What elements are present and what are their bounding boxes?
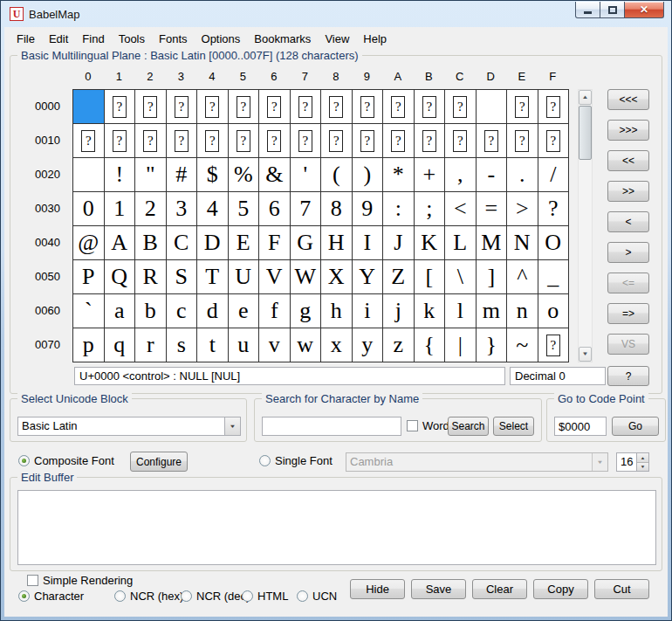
char-cell-0050[interactable]: P — [73, 260, 105, 294]
simple-rendering-checkbox[interactable]: Simple Rendering — [27, 574, 133, 587]
nav-button-next[interactable]: > — [607, 242, 649, 263]
char-cell-004C[interactable]: L — [445, 226, 477, 260]
char-cell-0049[interactable]: I — [353, 226, 384, 260]
char-cell-0019[interactable]: ? — [353, 124, 384, 158]
char-cell-004A[interactable]: J — [383, 226, 415, 260]
clear-button[interactable]: Clear — [472, 579, 527, 599]
char-cell-0043[interactable]: C — [167, 226, 198, 260]
char-cell-003B[interactable]: ; — [415, 192, 446, 226]
scrollbar-thumb[interactable] — [579, 106, 592, 160]
char-cell-0046[interactable]: F — [259, 226, 291, 260]
char-cell-003C[interactable]: < — [445, 192, 477, 226]
char-cell-000D[interactable] — [477, 90, 508, 124]
char-cell-005B[interactable]: [ — [415, 260, 446, 294]
codepoint-input[interactable] — [554, 417, 607, 436]
configure-button[interactable]: Configure — [130, 452, 188, 472]
char-cell-002B[interactable]: + — [415, 158, 446, 192]
search-button[interactable]: Search — [448, 417, 489, 436]
char-cell-0075[interactable]: u — [229, 328, 260, 362]
menu-item-find[interactable]: Find — [75, 30, 111, 48]
char-cell-0052[interactable]: R — [135, 260, 167, 294]
char-cell-007D[interactable]: } — [477, 328, 508, 362]
char-cell-003D[interactable]: = — [477, 192, 508, 226]
char-cell-0032[interactable]: 2 — [135, 192, 167, 226]
char-cell-007F[interactable]: ? — [538, 328, 570, 362]
char-cell-0014[interactable]: ? — [197, 124, 229, 158]
char-cell-001B[interactable]: ? — [415, 124, 446, 158]
char-cell-006F[interactable]: o — [538, 294, 570, 328]
char-cell-0013[interactable]: ? — [167, 124, 198, 158]
menu-item-file[interactable]: File — [10, 30, 42, 48]
char-cell-0001[interactable]: ? — [105, 90, 136, 124]
char-cell-0017[interactable]: ? — [291, 124, 322, 158]
nav-button-variation-sequence[interactable]: VS — [607, 334, 649, 355]
char-cell-0011[interactable]: ? — [105, 124, 136, 158]
grid-scrollbar[interactable]: ▲ ▼ — [578, 89, 593, 362]
mode-radio-html[interactable]: HTML — [242, 590, 288, 603]
char-cell-006C[interactable]: l — [445, 294, 477, 328]
char-cell-005F[interactable]: _ — [538, 260, 570, 294]
char-cell-0060[interactable]: ` — [73, 294, 105, 328]
char-cell-0005[interactable]: ? — [229, 90, 260, 124]
char-cell-002D[interactable]: - — [477, 158, 508, 192]
char-cell-000E[interactable]: ? — [507, 90, 538, 124]
char-cell-0066[interactable]: f — [259, 294, 291, 328]
char-cell-0058[interactable]: X — [321, 260, 353, 294]
char-cell-0051[interactable]: Q — [105, 260, 136, 294]
menu-item-edit[interactable]: Edit — [42, 30, 75, 48]
dropdown-button[interactable]: ▼ — [224, 417, 240, 435]
char-cell-006A[interactable]: j — [383, 294, 415, 328]
char-cell-001D[interactable]: ? — [477, 124, 508, 158]
char-cell-0004[interactable]: ? — [197, 90, 229, 124]
char-cell-007E[interactable]: ~ — [507, 328, 538, 362]
single-font-radio[interactable]: Single Font — [259, 454, 333, 467]
char-cell-0036[interactable]: 6 — [259, 192, 291, 226]
nav-button-jump-back-fast[interactable]: <<< — [607, 89, 649, 110]
char-cell-0074[interactable]: t — [197, 328, 229, 362]
char-cell-0078[interactable]: x — [321, 328, 353, 362]
nav-button-jump-forward[interactable]: >> — [607, 181, 649, 202]
char-cell-0025[interactable]: % — [229, 158, 260, 192]
char-cell-006D[interactable]: m — [477, 294, 508, 328]
char-cell-0064[interactable]: d — [197, 294, 229, 328]
char-cell-0072[interactable]: r — [135, 328, 167, 362]
char-cell-0000[interactable] — [73, 90, 105, 124]
char-cell-0035[interactable]: 5 — [229, 192, 260, 226]
menu-item-view[interactable]: View — [318, 30, 356, 48]
char-cell-0006[interactable]: ? — [259, 90, 291, 124]
char-cell-0076[interactable]: v — [259, 328, 291, 362]
char-cell-0009[interactable]: ? — [353, 90, 384, 124]
nav-button-previous[interactable]: < — [607, 211, 649, 232]
char-cell-0010[interactable]: ? — [73, 124, 105, 158]
char-cell-0057[interactable]: W — [291, 260, 322, 294]
char-cell-0047[interactable]: G — [291, 226, 322, 260]
menu-item-bookmarks[interactable]: Bookmarks — [247, 30, 318, 48]
title-bar[interactable]: U BabelMap ✕ — [1, 1, 671, 27]
nav-button-previous-result[interactable]: <= — [607, 273, 649, 293]
char-cell-0061[interactable]: a — [105, 294, 136, 328]
char-cell-0023[interactable]: # — [167, 158, 198, 192]
char-cell-0027[interactable]: ' — [291, 158, 322, 192]
char-cell-0031[interactable]: 1 — [105, 192, 136, 226]
char-cell-0065[interactable]: e — [229, 294, 260, 328]
char-cell-0069[interactable]: i — [353, 294, 384, 328]
char-cell-0003[interactable]: ? — [167, 90, 198, 124]
char-cell-0056[interactable]: V — [259, 260, 291, 294]
char-cell-0073[interactable]: s — [167, 328, 198, 362]
char-cell-001C[interactable]: ? — [445, 124, 477, 158]
char-cell-0059[interactable]: Y — [353, 260, 384, 294]
scroll-down-button[interactable]: ▼ — [579, 347, 592, 362]
char-cell-005D[interactable]: ] — [477, 260, 508, 294]
select-button[interactable]: Select — [493, 417, 534, 436]
spin-down-button[interactable]: ▼ — [637, 462, 648, 472]
char-cell-007C[interactable]: | — [445, 328, 477, 362]
char-cell-0044[interactable]: D — [197, 226, 229, 260]
char-cell-0038[interactable]: 8 — [321, 192, 353, 226]
char-cell-003F[interactable]: ? — [538, 192, 570, 226]
save-button[interactable]: Save — [411, 579, 466, 599]
char-cell-001E[interactable]: ? — [507, 124, 538, 158]
char-cell-004B[interactable]: K — [415, 226, 446, 260]
edit-buffer-textarea[interactable] — [17, 490, 656, 565]
char-cell-002C[interactable]: , — [445, 158, 477, 192]
nav-button-jump-back[interactable]: << — [607, 150, 649, 171]
